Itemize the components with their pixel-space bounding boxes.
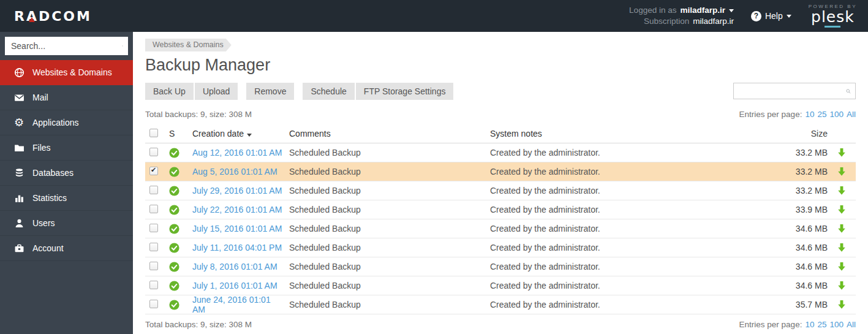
backup-comment: Scheduled Backup xyxy=(285,148,486,158)
logged-in-as-label: Logged in as xyxy=(629,5,676,16)
backup-note: Created by the administrator. xyxy=(486,167,766,176)
sidebar-item-websites-domains[interactable]: Websites & Domains xyxy=(0,60,133,85)
total-backups-summary: Total backups: 9, size: 308 M xyxy=(145,110,252,119)
row-checkbox[interactable] xyxy=(149,205,158,213)
gear-icon: ⚙ xyxy=(13,117,25,128)
help-menu[interactable]: ? Help xyxy=(751,11,791,21)
table-row: July 8, 2016 01:01 AM Scheduled Backup C… xyxy=(145,257,856,276)
download-icon[interactable] xyxy=(837,167,846,176)
download-icon[interactable] xyxy=(837,186,846,195)
backup-note: Created by the administrator. xyxy=(486,224,766,233)
entries-option-all[interactable]: All xyxy=(847,320,856,329)
status-ok-icon xyxy=(169,148,179,158)
comments-column-header: Comments xyxy=(285,129,486,139)
entries-per-page: Entries per page:1025100All xyxy=(739,320,856,329)
download-icon[interactable] xyxy=(837,281,846,290)
download-icon[interactable] xyxy=(837,262,846,271)
backup-comment: Scheduled Backup xyxy=(285,167,486,176)
search-icon[interactable] xyxy=(122,41,123,51)
backup-date-link[interactable]: Aug 12, 2016 01:01 AM xyxy=(192,148,282,158)
creation-date-column-header[interactable]: Creation date xyxy=(188,129,285,139)
status-ok-icon xyxy=(169,205,179,215)
entries-option-all[interactable]: All xyxy=(847,110,856,119)
back-up-button[interactable]: Back Up xyxy=(145,83,194,100)
list-search-input[interactable] xyxy=(738,86,846,96)
backup-date-link[interactable]: July 11, 2016 04:01 PM xyxy=(192,243,282,252)
logo-red-triangle-icon xyxy=(29,17,35,22)
sidebar-item-users[interactable]: Users xyxy=(0,211,133,236)
sidebar-menu: Websites & Domains Mail ⚙ Applications F… xyxy=(0,60,133,261)
backup-note: Created by the administrator. xyxy=(486,300,766,309)
backup-note: Created by the administrator. xyxy=(486,281,766,290)
download-icon[interactable] xyxy=(837,243,846,252)
download-icon[interactable] xyxy=(837,224,846,233)
status-ok-icon xyxy=(169,281,179,291)
search-icon[interactable] xyxy=(846,86,851,96)
toolbar-button-group: ScheduleFTP Storage Settings xyxy=(303,83,453,100)
ftp-storage-settings-button[interactable]: FTP Storage Settings xyxy=(356,83,454,100)
row-checkbox[interactable] xyxy=(149,186,158,194)
plesk-underline xyxy=(825,26,840,28)
row-checkbox[interactable] xyxy=(149,300,158,308)
breadcrumb[interactable]: Websites & Domains xyxy=(145,39,232,51)
backup-note: Created by the administrator. xyxy=(486,148,766,158)
sidebar-item-applications[interactable]: ⚙ Applications xyxy=(0,110,133,135)
table-row: July 22, 2016 01:01 AM Scheduled Backup … xyxy=(145,200,856,219)
current-user-menu[interactable]: miladfarp.ir xyxy=(680,5,725,16)
radcom-logo: RADCOM xyxy=(14,9,92,24)
backup-size: 34.6 MB xyxy=(766,281,828,290)
download-icon[interactable] xyxy=(837,300,846,309)
status-ok-icon xyxy=(169,262,179,272)
backup-date-link[interactable]: July 22, 2016 01:01 AM xyxy=(192,205,282,214)
entries-option-10[interactable]: 10 xyxy=(805,320,814,329)
sidebar-search-input[interactable] xyxy=(11,41,122,51)
backup-date-link[interactable]: July 29, 2016 01:01 AM xyxy=(192,186,282,195)
status-ok-icon xyxy=(169,224,179,234)
row-checkbox[interactable] xyxy=(149,148,158,156)
row-checkbox[interactable] xyxy=(149,243,158,251)
question-mark-icon: ? xyxy=(751,11,761,21)
schedule-button[interactable]: Schedule xyxy=(303,83,354,100)
top-bar: RADCOM Logged in as miladfarp.ir Subscri… xyxy=(0,0,868,32)
total-backups-summary: Total backups: 9, size: 308 M xyxy=(145,320,252,329)
download-icon[interactable] xyxy=(837,148,846,158)
entries-option-25[interactable]: 25 xyxy=(817,110,826,119)
backup-date-link[interactable]: July 1, 2016 01:01 AM xyxy=(192,281,277,290)
entries-option-100[interactable]: 100 xyxy=(829,110,843,119)
table-row: July 15, 2016 01:01 AM Scheduled Backup … xyxy=(145,219,856,238)
entries-option-100[interactable]: 100 xyxy=(829,320,843,329)
table-row: July 11, 2016 04:01 PM Scheduled Backup … xyxy=(145,238,856,257)
size-column-header: Size xyxy=(766,129,828,139)
entries-option-10[interactable]: 10 xyxy=(805,110,814,119)
list-search xyxy=(733,83,856,99)
backup-note: Created by the administrator. xyxy=(486,186,766,195)
table-body: Aug 12, 2016 01:01 AM Scheduled Backup C… xyxy=(145,143,856,314)
sidebar-item-statistics[interactable]: Statistics xyxy=(0,186,133,211)
backup-date-link[interactable]: July 15, 2016 01:01 AM xyxy=(192,224,282,233)
backup-comment: Scheduled Backup xyxy=(285,243,486,252)
chevron-down-icon[interactable] xyxy=(729,9,734,12)
backup-comment: Scheduled Backup xyxy=(285,262,486,271)
sidebar-item-files[interactable]: Files xyxy=(0,135,133,161)
table-row: July 29, 2016 01:01 AM Scheduled Backup … xyxy=(145,181,856,200)
backup-comment: Scheduled Backup xyxy=(285,300,486,309)
remove-button[interactable]: Remove xyxy=(246,83,294,100)
row-checkbox[interactable] xyxy=(149,281,158,289)
row-checkbox[interactable] xyxy=(149,167,158,175)
bar-chart-icon xyxy=(13,192,25,203)
select-all-checkbox[interactable] xyxy=(149,129,158,137)
row-checkbox[interactable] xyxy=(149,224,158,232)
sidebar-item-databases[interactable]: Databases xyxy=(0,161,133,186)
backup-comment: Scheduled Backup xyxy=(285,186,486,195)
backup-date-link[interactable]: July 8, 2016 01:01 AM xyxy=(192,262,277,271)
entries-option-25[interactable]: 25 xyxy=(817,320,826,329)
backup-date-link[interactable]: Aug 5, 2016 01:01 AM xyxy=(192,167,277,176)
backup-date-link[interactable]: June 24, 2016 01:01 AM xyxy=(192,295,271,314)
backup-size: 34.6 MB xyxy=(766,262,828,271)
upload-button[interactable]: Upload xyxy=(195,83,238,100)
row-checkbox[interactable] xyxy=(149,262,158,270)
sidebar-item-mail[interactable]: Mail xyxy=(0,85,133,110)
download-icon[interactable] xyxy=(837,205,846,214)
sidebar-item-account[interactable]: Account xyxy=(0,236,133,261)
entries-per-page: Entries per page:1025100All xyxy=(739,110,856,119)
